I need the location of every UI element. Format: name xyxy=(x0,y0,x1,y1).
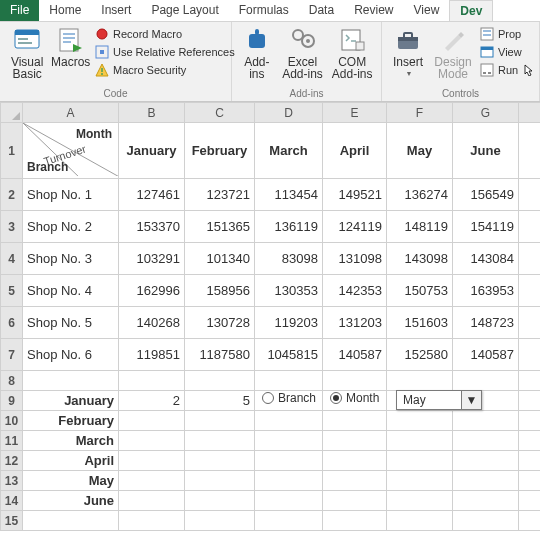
value-cell[interactable]: 148119 xyxy=(387,211,453,243)
value-cell[interactable]: 148723 xyxy=(453,307,519,339)
design-mode-button[interactable]: Design Mode xyxy=(430,24,476,80)
cell[interactable] xyxy=(387,411,453,431)
cell[interactable] xyxy=(119,491,185,511)
value-cell[interactable]: 163953 xyxy=(453,275,519,307)
value-cell[interactable]: 123721 xyxy=(185,179,255,211)
row-header[interactable]: 5 xyxy=(1,275,23,307)
cell[interactable] xyxy=(323,491,387,511)
tab-view[interactable]: View xyxy=(404,0,450,21)
tab-insert[interactable]: Insert xyxy=(91,0,141,21)
row-header[interactable]: 10 xyxy=(1,411,23,431)
use-relative-references-button[interactable]: Use Relative References xyxy=(91,44,227,60)
value-cell[interactable]: 1045815 xyxy=(255,339,323,371)
cell[interactable] xyxy=(519,275,541,307)
cell[interactable] xyxy=(519,339,541,371)
value-cell[interactable]: 2 xyxy=(119,391,185,411)
cell[interactable] xyxy=(519,243,541,275)
month-header[interactable]: February xyxy=(185,123,255,179)
value-cell[interactable]: 131098 xyxy=(323,243,387,275)
branch-cell[interactable]: Shop No. 3 xyxy=(23,243,119,275)
cell[interactable] xyxy=(255,451,323,471)
month-list-cell[interactable]: June xyxy=(23,491,119,511)
tab-data[interactable]: Data xyxy=(299,0,344,21)
cell[interactable] xyxy=(323,431,387,451)
cell[interactable] xyxy=(323,451,387,471)
branch-cell[interactable]: Shop No. 2 xyxy=(23,211,119,243)
row-header[interactable]: 14 xyxy=(1,491,23,511)
grid[interactable]: A B C D E F G 1MonthTurnoverBranchJanuar… xyxy=(0,102,540,531)
value-cell[interactable]: 142353 xyxy=(323,275,387,307)
row-header[interactable]: 3 xyxy=(1,211,23,243)
col-header[interactable] xyxy=(519,103,541,123)
value-cell[interactable]: 5 xyxy=(185,391,255,411)
row-header[interactable]: 6 xyxy=(1,307,23,339)
cell[interactable] xyxy=(387,371,453,391)
cell[interactable] xyxy=(119,411,185,431)
cell[interactable] xyxy=(519,179,541,211)
row-header[interactable]: 1 xyxy=(1,123,23,179)
cell[interactable] xyxy=(453,471,519,491)
run-dialog-button[interactable]: Run xyxy=(476,62,530,78)
col-header[interactable]: A xyxy=(23,103,119,123)
month-header[interactable]: January xyxy=(119,123,185,179)
row-header[interactable]: 11 xyxy=(1,431,23,451)
col-header[interactable]: F xyxy=(387,103,453,123)
cell[interactable] xyxy=(255,411,323,431)
value-cell[interactable]: 151365 xyxy=(185,211,255,243)
cell[interactable] xyxy=(185,471,255,491)
col-header[interactable]: C xyxy=(185,103,255,123)
month-list-cell[interactable]: May xyxy=(23,471,119,491)
cell[interactable] xyxy=(387,491,453,511)
value-cell[interactable]: 131203 xyxy=(323,307,387,339)
cell[interactable] xyxy=(185,491,255,511)
cell[interactable] xyxy=(119,431,185,451)
view-code-button[interactable]: View xyxy=(476,44,530,60)
row-header[interactable]: 12 xyxy=(1,451,23,471)
cell[interactable] xyxy=(519,491,541,511)
tab-page-layout[interactable]: Page Layout xyxy=(141,0,228,21)
cell[interactable] xyxy=(119,511,185,531)
row-header[interactable]: 9 xyxy=(1,391,23,411)
value-cell[interactable]: 156549 xyxy=(453,179,519,211)
tab-file[interactable]: File xyxy=(0,0,39,21)
value-cell[interactable]: 119203 xyxy=(255,307,323,339)
month-combobox[interactable]: May▼ xyxy=(396,390,482,410)
cell[interactable] xyxy=(519,123,541,179)
cell[interactable] xyxy=(185,451,255,471)
value-cell[interactable]: 150753 xyxy=(387,275,453,307)
value-cell[interactable]: 149521 xyxy=(323,179,387,211)
excel-addins-button[interactable]: Excel Add-ins xyxy=(278,24,328,80)
cell[interactable] xyxy=(119,451,185,471)
cell[interactable] xyxy=(23,511,119,531)
cell[interactable] xyxy=(323,511,387,531)
cell[interactable] xyxy=(519,451,541,471)
month-header[interactable]: March xyxy=(255,123,323,179)
col-header[interactable]: E xyxy=(323,103,387,123)
value-cell[interactable]: 151603 xyxy=(387,307,453,339)
insert-control-button[interactable]: Insert ▼ xyxy=(386,24,430,80)
cell[interactable] xyxy=(453,371,519,391)
cell[interactable] xyxy=(519,307,541,339)
cell[interactable] xyxy=(453,431,519,451)
value-cell[interactable]: 143084 xyxy=(453,243,519,275)
cell[interactable] xyxy=(255,371,323,391)
cell[interactable] xyxy=(453,511,519,531)
cell[interactable] xyxy=(387,451,453,471)
month-list-cell[interactable]: January xyxy=(23,391,119,411)
visual-basic-button[interactable]: Visual Basic xyxy=(4,24,50,80)
row-header[interactable]: 7 xyxy=(1,339,23,371)
value-cell[interactable]: 143098 xyxy=(387,243,453,275)
cell[interactable] xyxy=(255,511,323,531)
value-cell[interactable]: 103291 xyxy=(119,243,185,275)
col-header[interactable]: B xyxy=(119,103,185,123)
value-cell[interactable]: 136274 xyxy=(387,179,453,211)
cell[interactable] xyxy=(519,511,541,531)
cell[interactable] xyxy=(519,411,541,431)
cell[interactable] xyxy=(519,371,541,391)
value-cell[interactable]: 1187580 xyxy=(185,339,255,371)
value-cell[interactable]: 140268 xyxy=(119,307,185,339)
cell[interactable] xyxy=(323,411,387,431)
month-list-cell[interactable]: March xyxy=(23,431,119,451)
cell[interactable] xyxy=(453,451,519,471)
cell[interactable] xyxy=(453,491,519,511)
